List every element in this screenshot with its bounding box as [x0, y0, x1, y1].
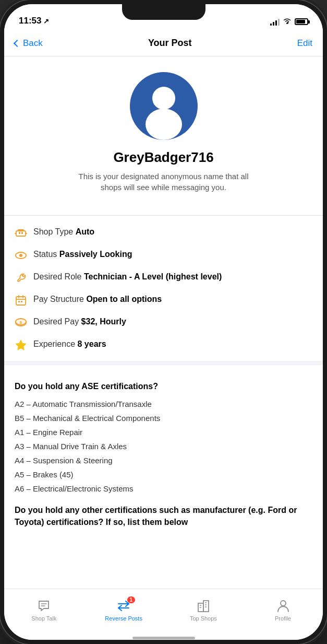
info-pay-structure: Pay Structure Open to all options — [15, 294, 312, 307]
nav-bar: Back Your Post Edit — [4, 30, 323, 56]
tab-bar: Shop Talk 1 Reverse Posts — [4, 589, 323, 636]
reverse-posts-label: Reverse Posts — [105, 615, 142, 622]
ase-cert-question: Do you hold any ASE certifications? — [15, 381, 312, 392]
calendar-icon — [15, 294, 27, 307]
section-divider — [4, 361, 323, 365]
anon-description: This is your designated anonymous name t… — [75, 171, 252, 193]
svg-text:$: $ — [20, 320, 22, 325]
page-title: Your Post — [148, 38, 192, 49]
top-shops-label: Top Shops — [190, 615, 217, 622]
battery-icon — [295, 18, 308, 25]
svg-point-3 — [146, 109, 182, 140]
svg-marker-20 — [16, 340, 26, 350]
pay-structure-text: Pay Structure Open to all options — [33, 294, 162, 305]
back-label: Back — [23, 38, 43, 49]
cert-section: Do you hold any ASE certifications? A2 –… — [4, 370, 323, 545]
location-icon: ↗ — [43, 17, 49, 25]
info-shop-type: Shop Type Auto — [15, 226, 312, 239]
svg-point-10 — [19, 254, 22, 257]
status-time: 11:53 ↗ — [19, 16, 49, 26]
main-content: GreyBadger716 This is your designated an… — [4, 56, 323, 589]
info-desired-pay: $ Desired Pay $32, Hourly — [15, 316, 312, 329]
list-item: A6 – Electrical/Electronic Systems — [15, 483, 312, 494]
svg-rect-5 — [19, 232, 20, 234]
info-desired-role: Desired Role Technician - A Level (highe… — [15, 271, 312, 284]
status-icons — [270, 17, 308, 26]
svg-rect-15 — [18, 301, 20, 302]
info-list: Shop Type Auto Status Passively Looking — [4, 226, 323, 352]
buildings-icon — [196, 599, 211, 613]
svg-point-30 — [281, 601, 286, 606]
wrench-icon — [15, 272, 27, 284]
list-item: A5 – Brakes (45) — [15, 469, 312, 480]
notch — [122, 4, 205, 20]
tab-shop-talk[interactable]: Shop Talk — [4, 589, 84, 636]
tab-top-shops[interactable]: Top Shops — [164, 589, 244, 636]
phone-screen: 11:53 ↗ — [4, 4, 323, 640]
signal-icon — [270, 18, 280, 26]
avatar — [130, 72, 198, 140]
list-item: A3 – Manual Drive Train & Axles — [15, 441, 312, 452]
home-bar — [132, 637, 195, 639]
money-icon: $ — [15, 317, 27, 329]
list-item: A2 – Automatic Transmission/Transaxle — [15, 399, 312, 409]
arrows-icon: 1 — [116, 599, 131, 613]
shop-type-text: Shop Type Auto — [33, 226, 94, 238]
other-cert-question: Do you hold any other certifications suc… — [15, 505, 312, 528]
svg-rect-24 — [203, 601, 209, 612]
ase-cert-list: A2 – Automatic Transmission/Transaxle B5… — [15, 399, 312, 494]
status-text: Status Passively Looking — [33, 249, 132, 260]
phone-frame: 11:53 ↗ — [0, 0, 327, 644]
list-item: B5 – Mechanical & Electrical Components — [15, 413, 312, 424]
svg-rect-6 — [21, 232, 23, 234]
reverse-posts-badge: 1 — [127, 596, 136, 603]
experience-text: Experience 8 years — [33, 338, 106, 350]
chat-icon — [37, 599, 51, 613]
eye-icon — [15, 249, 27, 262]
tab-profile[interactable]: Profile — [243, 589, 323, 636]
tab-reverse-posts[interactable]: 1 Reverse Posts — [84, 589, 164, 636]
username: GreyBadger716 — [113, 149, 213, 166]
edit-button[interactable]: Edit — [297, 38, 312, 49]
profile-label: Profile — [275, 615, 291, 622]
profile-section: GreyBadger716 This is your designated an… — [4, 56, 323, 213]
person-icon — [276, 599, 290, 613]
star-icon — [15, 339, 27, 352]
engine-icon — [15, 227, 27, 239]
svg-rect-11 — [16, 297, 26, 305]
desired-role-text: Desired Role Technician - A Level (highe… — [33, 271, 222, 283]
svg-point-2 — [152, 87, 175, 110]
desired-pay-text: Desired Pay $32, Hourly — [33, 316, 126, 327]
time-display: 11:53 — [19, 16, 41, 26]
profile-divider — [4, 215, 323, 216]
svg-rect-16 — [21, 301, 22, 302]
list-item: A4 – Suspension & Steering — [15, 455, 312, 466]
svg-rect-4 — [16, 231, 26, 236]
info-experience: Experience 8 years — [15, 338, 312, 352]
home-indicator — [4, 636, 323, 640]
back-button[interactable]: Back — [15, 38, 43, 49]
shop-talk-label: Shop Talk — [31, 615, 56, 622]
info-status: Status Passively Looking — [15, 249, 312, 262]
svg-point-0 — [286, 22, 288, 24]
list-item: A1 – Engine Repair — [15, 427, 312, 438]
wifi-icon — [283, 17, 292, 26]
